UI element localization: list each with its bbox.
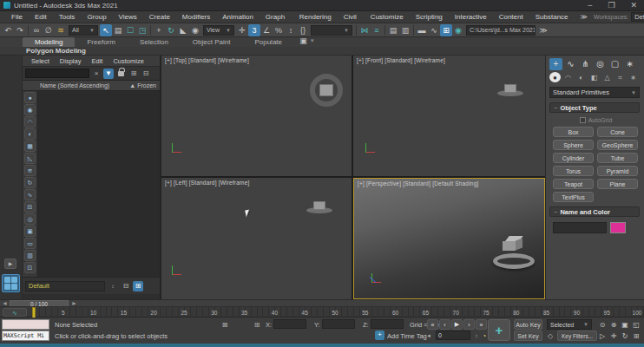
preset-spinner[interactable]: ↕ [108,281,118,291]
geometry-icon[interactable]: ● [549,72,561,82]
menu-edit[interactable]: Edit [29,11,53,23]
select-and-manipulate-icon[interactable]: ✛ [236,24,248,36]
create-teapot-button[interactable]: Teapot [553,179,594,189]
lock-icon[interactable] [118,71,124,76]
z-coordinate-field[interactable] [371,319,404,329]
explorer-menu-customize[interactable]: Customize [108,57,148,65]
explorer-column-header[interactable]: Name (Sorted Ascending) ▲ Frozen [23,81,160,91]
maximize-viewport-toggle-icon[interactable]: ⊞ [631,331,641,341]
create-plane-button[interactable]: Plane [597,179,638,189]
percent-snap-toggle-icon[interactable]: % [273,24,285,36]
selection-set-dropdown[interactable]: Selected ▼ [547,319,592,330]
category-dropdown[interactable]: Standard Primitives ▼ [549,87,640,98]
add-time-tag-label[interactable]: Add Time Tag [387,332,427,340]
x-coordinate-field[interactable] [273,319,306,329]
search-input[interactable] [25,69,89,78]
zoom-all-icon[interactable]: ⊕ [608,319,619,330]
angle-snap-toggle-icon[interactable]: ∠ [260,24,273,36]
previous-frame-button[interactable]: ‹ [439,319,450,330]
box-object-top[interactable] [319,84,333,96]
create-cone-button[interactable]: Cone [597,127,638,137]
unlink-selection-icon[interactable]: ∅ [43,24,55,36]
shapes-filter-icon[interactable]: ◠ [24,116,36,128]
play-button[interactable]: ▶ [451,319,463,330]
auto-key-button[interactable]: Auto Key [514,319,542,330]
snap-toggle-3d-icon[interactable]: 3 [248,24,260,36]
object-name-input[interactable] [553,222,607,233]
curve-editor-icon[interactable]: ∿ [428,24,440,36]
zoom-extents-icon[interactable]: ▣ [620,319,630,330]
absolute-mode-toggle-icon[interactable]: ⊞ [252,319,262,330]
next-frame-button[interactable]: › [463,319,475,330]
frozen-filter-icon[interactable]: ▭ [24,238,36,249]
toggle-scene-explorer-icon[interactable]: ▤ [387,24,399,36]
explorer-menu-edit[interactable]: Edit [86,57,108,65]
create-torus-button[interactable]: Torus [553,166,594,176]
geometry-filter-icon[interactable]: ◉ [24,104,36,115]
schematic-view-icon[interactable]: ⊞ [440,24,452,36]
name-color-rollout[interactable]: − Name and Color [549,206,640,217]
space-warps-icon[interactable]: ≈ [614,72,626,82]
menu-file[interactable]: File [5,11,29,23]
mini-curve-editor-button[interactable]: ∿ [3,308,27,317]
display-all-filter-icon[interactable]: ● [24,92,36,103]
space-warps-filter-icon[interactable]: ≋ [24,165,36,176]
groups-filter-icon[interactable]: ↻ [24,177,36,188]
materials-filter-icon[interactable]: ⊟ [24,201,36,213]
menu-rendering[interactable]: Rendering [293,11,338,23]
menu-views[interactable]: Views [113,11,143,23]
ribbon-tab-modeling[interactable]: Modeling [23,37,75,47]
toggle-layer-explorer-icon[interactable]: ▥ [399,24,411,36]
menu-graph-editors[interactable]: Graph Editors [260,11,293,23]
autogrid-checkbox[interactable] [580,117,586,123]
viewport-top-label[interactable]: [+] [Top] [Standard] [Wireframe] [165,57,249,63]
project-folder-dropdown[interactable]: C:\Users\jd...s Max 2021▼ [466,25,536,36]
object-color-swatch[interactable] [610,222,626,233]
helpers-filter-icon[interactable]: ◺ [24,153,36,164]
hidden-filter-icon[interactable]: ▥ [24,250,36,261]
viewport-left-label[interactable]: [+] [Left] [Standard] [Wireframe] [165,180,249,186]
set-key-button[interactable]: Set Key [514,331,542,341]
key-filters-button[interactable]: Key Filters... [557,331,597,341]
align-icon[interactable]: ≡ [371,24,383,36]
scene-object-left[interactable] [306,199,332,213]
scene-object-front[interactable] [497,82,523,96]
hierarchy-mode-icon[interactable]: ⊞ [133,281,143,291]
selection-lock-toggle-icon[interactable]: ⊠ [220,319,230,330]
layers-filter-icon[interactable]: ⊡ [24,262,36,273]
tab-motion-icon[interactable]: ◎ [594,58,607,70]
clear-search-icon[interactable]: × [91,69,102,79]
explorer-object-list[interactable] [38,91,160,277]
go-to-end-button[interactable]: » [476,319,487,330]
viewport-front-label[interactable]: [+] [Front] [Standard] [Wireframe] [357,57,445,63]
menu-content[interactable]: Content [493,11,529,23]
go-to-start-button[interactable]: « [427,319,438,330]
create-geosphere-button[interactable]: GeoSphere [597,140,638,150]
bind-to-space-warp-icon[interactable]: ≋ [55,24,67,36]
material-editor-icon[interactable]: ◉ [452,24,464,36]
select-object-icon[interactable]: ↖ [100,24,112,36]
column-name[interactable]: Name (Sorted Ascending) [40,82,129,88]
window-crossing-toggle-icon[interactable]: ◳ [136,24,148,36]
time-slider-track[interactable]: ◄ 0 / 100 ► [0,299,644,306]
menu-scripting[interactable]: Scripting [410,11,449,23]
lights-icon[interactable]: ◐ [575,72,587,82]
viewport-front[interactable]: [+] [Front] [Standard] [Wireframe] [353,56,545,176]
filters-icon[interactable]: ◇ [545,331,555,341]
explorer-menu-display[interactable]: Display [55,57,87,65]
tab-create-icon[interactable]: + [549,58,562,70]
redo-icon[interactable]: ↷ [14,24,26,36]
menu-create[interactable]: Create [143,11,176,23]
create-box-button[interactable]: Box [553,127,594,137]
bones-filter-icon[interactable]: ◎ [24,213,36,225]
viewport-layout-tab-icon[interactable] [2,274,20,292]
cameras-icon[interactable]: ◧ [588,72,600,82]
tab-utilities-icon[interactable]: ∗ [623,58,636,70]
expand-strip-button[interactable]: ▶ [4,259,16,269]
menu-tools[interactable]: Tools [53,11,82,23]
rectangular-selection-region-icon[interactable]: ☐ [124,24,136,36]
spinner-snap-toggle-icon[interactable]: ↕ [285,24,297,36]
field-of-view-icon[interactable]: ▷ [597,331,608,341]
box-object-perspective[interactable] [503,236,525,253]
menu-customize[interactable]: Customize [365,11,410,23]
